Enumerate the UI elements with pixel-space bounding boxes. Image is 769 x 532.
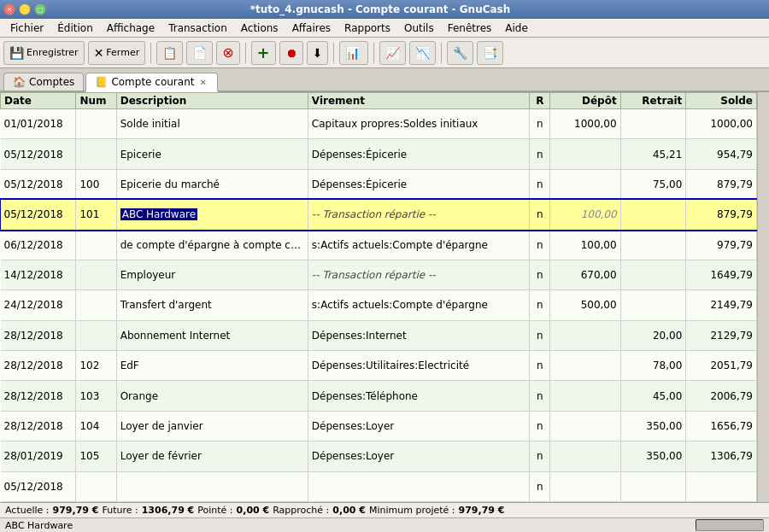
export-button[interactable]: 📉 [409, 41, 436, 65]
close-button[interactable]: ✕ [3, 3, 15, 15]
record-button[interactable]: ⏺ [279, 41, 303, 65]
header-retrait[interactable]: Retrait [620, 93, 686, 109]
statusbar2: ABC Hardware [0, 517, 769, 532]
menubar: Fichier Édition Affichage Transaction Ac… [0, 19, 769, 38]
paste-button[interactable]: 📄 [186, 41, 213, 65]
table-row[interactable]: 28/12/2018Abonnement InternetDépenses:In… [1, 320, 757, 350]
cell-description[interactable]: Loyer de février [116, 441, 308, 471]
statusbar: Actuelle : 979,79 € Future : 1306,79 € P… [0, 502, 769, 517]
pointe-label: Pointé : [197, 505, 232, 516]
menu-affichage[interactable]: Affichage [100, 20, 161, 36]
header-num[interactable]: Num [76, 93, 116, 109]
prefs-button[interactable]: 🔧 [447, 41, 473, 65]
table-row[interactable]: 05/12/2018100Epicerie du marchéDépenses:… [1, 169, 757, 199]
table-row[interactable]: 05/12/2018EpicerieDépenses:Épicerien45,2… [1, 139, 757, 169]
schedule-button[interactable]: ⬇ [307, 41, 329, 65]
table-row[interactable]: 01/01/2018Solde initialCapitaux propres:… [1, 109, 757, 139]
table-container: Date Num Description Virement R Dépôt Re… [0, 92, 769, 502]
cell-depot: 500,00 [550, 290, 621, 320]
delete-button[interactable]: ⊗ [216, 41, 239, 65]
menu-fichier[interactable]: Fichier [3, 20, 50, 36]
rapproche-label: Rapproché : [273, 505, 329, 516]
cell-description[interactable]: de compte d'épargne à compte courant [116, 230, 308, 260]
header-date[interactable]: Date [1, 93, 76, 109]
toolbar-separator-1 [150, 43, 151, 63]
cell-description[interactable]: Transfert d'argent [116, 290, 308, 320]
tab-comptes[interactable]: 🏠 Comptes [3, 73, 84, 91]
cell-virement: Dépenses:Téléphone [308, 381, 530, 411]
window-title: *tuto_4.gnucash - Compte courant - GnuCa… [46, 3, 714, 15]
table-row[interactable]: 24/12/2018Transfert d'argents:Actifs act… [1, 290, 757, 320]
scrollbar[interactable] [757, 92, 769, 502]
cell-virement: Dépenses:Épicerie [308, 169, 530, 199]
menu-fenetres[interactable]: Fenêtres [441, 20, 499, 36]
menu-outils[interactable]: Outils [397, 20, 441, 36]
cell-description[interactable]: Orange [116, 381, 308, 411]
header-solde[interactable]: Solde [686, 93, 757, 109]
minimize-button[interactable]: − [19, 3, 31, 15]
cell-description[interactable]: ABC Hardware [116, 200, 308, 230]
cell-description[interactable]: Solde initial [116, 109, 308, 139]
tab-close-button[interactable]: ✕ [197, 78, 208, 87]
menu-aide[interactable]: Aide [498, 20, 535, 36]
menu-rapports[interactable]: Rapports [338, 20, 397, 36]
cell-solde: 954,79 [686, 139, 757, 169]
cell-description[interactable]: Epicerie [116, 139, 308, 169]
titlebar: ✕ − □ *tuto_4.gnucash - Compte courant -… [0, 0, 769, 19]
menu-edition[interactable]: Édition [50, 20, 100, 36]
cell-virement: Dépenses:Utilitaires:Electricité [308, 351, 530, 381]
menu-transaction[interactable]: Transaction [161, 20, 234, 36]
cell-description[interactable] [116, 471, 308, 502]
header-description[interactable]: Description [116, 93, 308, 109]
table-row[interactable]: 28/12/2018104Loyer de janvierDépenses:Lo… [1, 411, 757, 441]
cell-virement: Dépenses:Loyer [308, 441, 530, 471]
cell-description[interactable]: EdF [116, 351, 308, 381]
table-row[interactable]: 05/12/2018n [1, 471, 757, 502]
menu-affaires[interactable]: Affaires [285, 20, 338, 36]
comptes-icon: 🏠 [13, 76, 26, 88]
table-row[interactable]: 14/12/2018Employeur-- Transaction répart… [1, 260, 757, 289]
cell-solde: 2129,79 [686, 320, 757, 350]
toolbar-separator-5 [441, 43, 442, 63]
table-row[interactable]: 28/12/2018102EdFDépenses:Utilitaires:Ele… [1, 351, 757, 381]
cell-retrait [620, 471, 686, 502]
actuelle-value: 979,79 € [53, 505, 99, 516]
import-button[interactable]: 📈 [379, 41, 406, 65]
cell-description[interactable]: Employeur [116, 260, 308, 289]
copy-button[interactable]: 📋 [156, 41, 183, 65]
cell-depot [550, 411, 621, 441]
table-row[interactable]: 05/12/2018101ABC Hardware-- Transaction … [1, 200, 757, 230]
export-icon: 📉 [415, 46, 430, 60]
table-body: 01/01/2018Solde initialCapitaux propres:… [1, 109, 757, 502]
tax-button[interactable]: 📑 [477, 41, 503, 65]
delete-icon: ⊗ [222, 44, 233, 61]
tab-compte-courant[interactable]: 📒 Compte courant ✕ [85, 73, 217, 92]
cell-solde: 1656,79 [686, 411, 757, 441]
split-button[interactable]: 📊 [339, 41, 368, 65]
table-row[interactable]: 28/01/2019105Loyer de févrierDépenses:Lo… [1, 441, 757, 471]
header-r[interactable]: R [530, 93, 550, 109]
cell-retrait: 350,00 [620, 441, 686, 471]
table-scroll[interactable]: Date Num Description Virement R Dépôt Re… [0, 92, 769, 502]
cell-depot [550, 139, 621, 169]
close-account-button[interactable]: ✕ Fermer [88, 41, 146, 65]
cell-description[interactable]: Loyer de janvier [116, 411, 308, 441]
table-header-row: Date Num Description Virement R Dépôt Re… [1, 93, 757, 109]
save-button[interactable]: 💾 Enregistrer [3, 41, 85, 65]
cell-retrait [620, 200, 686, 230]
cell-solde: 2051,79 [686, 351, 757, 381]
cell-solde: 1649,79 [686, 260, 757, 289]
table-row[interactable]: 06/12/2018de compte d'épargne à compte c… [1, 230, 757, 260]
table-row[interactable]: 28/12/2018103OrangeDépenses:Téléphonen45… [1, 381, 757, 411]
compte-courant-icon: 📒 [95, 76, 108, 88]
actuelle-label: Actuelle : [5, 505, 50, 516]
header-depot[interactable]: Dépôt [550, 93, 621, 109]
cell-retrait: 45,00 [620, 381, 686, 411]
cell-description[interactable]: Abonnement Internet [116, 320, 308, 350]
header-virement[interactable]: Virement [308, 93, 530, 109]
menu-actions[interactable]: Actions [234, 20, 285, 36]
cell-description[interactable]: Epicerie du marché [116, 169, 308, 199]
maximize-button[interactable]: □ [34, 3, 46, 15]
cell-virement [308, 471, 530, 502]
add-transaction-button[interactable]: + [251, 41, 276, 65]
